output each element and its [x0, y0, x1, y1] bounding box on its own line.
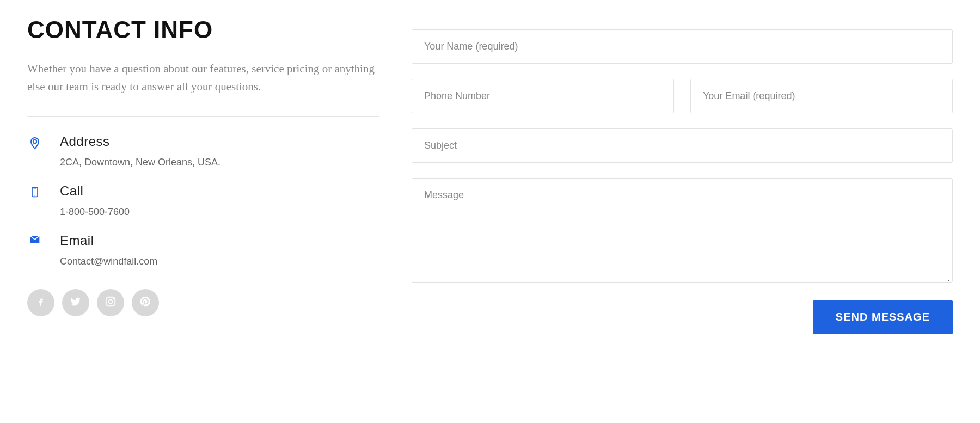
contact-info-column: CONTACT INFO Whether you have a question… — [27, 16, 379, 334]
facebook-icon — [35, 296, 47, 310]
instagram-icon — [105, 296, 117, 310]
email-title: Email — [60, 233, 379, 248]
mobile-phone-icon — [27, 183, 42, 200]
email-value: Contact@windfall.com — [60, 256, 379, 267]
svg-point-1 — [34, 195, 35, 196]
contact-form: SEND MESSAGE — [412, 16, 953, 334]
facebook-link[interactable] — [27, 289, 54, 316]
phone-input[interactable] — [412, 79, 674, 113]
call-body: Call 1-800-500-7600 — [60, 183, 379, 218]
contact-section: CONTACT INFO Whether you have a question… — [27, 16, 953, 334]
envelope-icon — [27, 233, 42, 245]
name-input[interactable] — [412, 29, 953, 64]
call-item: Call 1-800-500-7600 — [27, 183, 379, 218]
twitter-icon — [70, 296, 82, 310]
address-body: Address 2CA, Downtown, New Orleans, USA. — [60, 134, 379, 168]
pinterest-icon — [139, 296, 151, 310]
call-title: Call — [60, 183, 379, 199]
social-links — [27, 289, 379, 316]
pinterest-link[interactable] — [132, 289, 159, 316]
contact-intro: Whether you have a question about our fe… — [27, 60, 379, 95]
address-value: 2CA, Downtown, New Orleans, USA. — [60, 157, 379, 168]
twitter-link[interactable] — [62, 289, 89, 316]
message-textarea[interactable] — [412, 178, 953, 283]
email-item: Email Contact@windfall.com — [27, 233, 379, 267]
subject-input[interactable] — [412, 128, 953, 163]
contact-heading: CONTACT INFO — [27, 16, 379, 44]
instagram-link[interactable] — [97, 289, 124, 316]
send-message-button[interactable]: SEND MESSAGE — [813, 300, 953, 334]
divider — [27, 116, 379, 117]
email-body: Email Contact@windfall.com — [60, 233, 379, 267]
email-input[interactable] — [690, 79, 953, 113]
address-title: Address — [60, 134, 379, 149]
svg-point-4 — [108, 299, 112, 303]
svg-point-5 — [113, 298, 114, 299]
call-value: 1-800-500-7600 — [60, 206, 379, 218]
location-pin-icon — [27, 134, 42, 151]
address-item: Address 2CA, Downtown, New Orleans, USA. — [27, 134, 379, 168]
